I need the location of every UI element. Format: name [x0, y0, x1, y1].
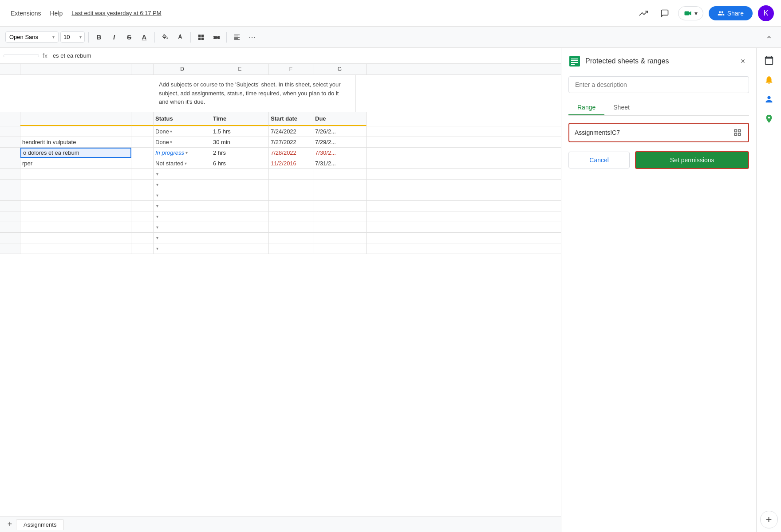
- bold-button[interactable]: B: [92, 31, 106, 44]
- empty-3-due[interactable]: [313, 190, 367, 200]
- empty-2-due[interactable]: [313, 180, 367, 190]
- merge-button[interactable]: [209, 31, 223, 44]
- empty-3-status[interactable]: ▾: [154, 190, 211, 200]
- cell-4-a[interactable]: rper: [20, 158, 131, 168]
- cancel-button[interactable]: Cancel: [568, 152, 630, 168]
- empty-5-time[interactable]: [211, 211, 269, 222]
- cell-3-time[interactable]: 2 hrs: [211, 148, 269, 158]
- borders-button[interactable]: [194, 31, 208, 44]
- cell-3-b[interactable]: [131, 148, 154, 158]
- cell-2-startdate[interactable]: 7/27/2022: [269, 137, 313, 147]
- empty-1-time[interactable]: [211, 169, 269, 179]
- empty-4-status[interactable]: ▾: [154, 201, 211, 211]
- col-header-e[interactable]: E: [211, 64, 269, 74]
- share-button[interactable]: Share: [709, 6, 753, 20]
- cell-1-b[interactable]: [131, 126, 154, 137]
- empty-7-status[interactable]: ▾: [154, 233, 211, 243]
- empty-6-a[interactable]: [20, 222, 131, 232]
- collapse-toolbar-button[interactable]: [762, 31, 776, 44]
- empty-6-b[interactable]: [131, 222, 154, 232]
- cell-4-time[interactable]: 6 hrs: [211, 158, 269, 168]
- empty-5-start[interactable]: [269, 211, 313, 222]
- sidebar-maps-button[interactable]: [760, 110, 778, 128]
- col-header-f[interactable]: F: [269, 64, 313, 74]
- empty-4-a[interactable]: [20, 201, 131, 211]
- empty-4-time[interactable]: [211, 201, 269, 211]
- cell-reference[interactable]: [4, 55, 39, 57]
- header-cell-a[interactable]: [20, 112, 131, 126]
- trending-icon-btn[interactable]: [635, 5, 651, 21]
- underline-button[interactable]: A: [138, 31, 151, 44]
- formula-input[interactable]: [51, 51, 557, 60]
- panel-close-button[interactable]: ×: [737, 55, 749, 67]
- empty-3-start[interactable]: [269, 190, 313, 200]
- empty-5-b[interactable]: [131, 211, 154, 222]
- cell-1-status[interactable]: Done ▾: [154, 126, 211, 137]
- more-options-button[interactable]: ···: [245, 31, 259, 44]
- empty-7-time[interactable]: [211, 233, 269, 243]
- cell-4-due[interactable]: 7/31/2...: [313, 158, 367, 168]
- cell-3-startdate[interactable]: 7/28/2022: [269, 148, 313, 158]
- font-size-select[interactable]: 10 ▾: [60, 31, 85, 43]
- col-header-g[interactable]: G: [313, 64, 367, 74]
- menu-extensions[interactable]: Extensions: [7, 8, 44, 19]
- empty-8-status[interactable]: ▾: [154, 243, 211, 254]
- range-input[interactable]: [575, 129, 732, 136]
- empty-4-start[interactable]: [269, 201, 313, 211]
- tab-range[interactable]: Range: [568, 100, 604, 115]
- cell-3-status[interactable]: In progress ▾: [154, 148, 211, 158]
- empty-6-start[interactable]: [269, 222, 313, 232]
- strikethrough-button[interactable]: S: [122, 31, 136, 44]
- cell-2-a[interactable]: hendrerit in vulputate: [20, 137, 131, 147]
- empty-8-b[interactable]: [131, 243, 154, 254]
- align-button[interactable]: [230, 31, 244, 44]
- cell-4-startdate[interactable]: 11/2/2016: [269, 158, 313, 168]
- cell-4-b[interactable]: [131, 158, 154, 168]
- meet-button[interactable]: ▾: [678, 6, 703, 20]
- text-color-button[interactable]: [174, 31, 187, 44]
- empty-5-a[interactable]: [20, 211, 131, 222]
- cell-3-due[interactable]: 7/30/2...: [313, 148, 367, 158]
- fill-color-button[interactable]: [158, 31, 172, 44]
- cell-3-a[interactable]: o dolores et ea rebum: [20, 148, 131, 158]
- empty-4-b[interactable]: [131, 201, 154, 211]
- cell-4-status[interactable]: Not started ▾: [154, 158, 211, 168]
- sidebar-calendar-button[interactable]: [760, 51, 778, 69]
- header-cell-due[interactable]: Due: [313, 112, 367, 126]
- user-avatar[interactable]: K: [758, 5, 774, 21]
- cell-1-due[interactable]: 7/26/2...: [313, 126, 367, 137]
- header-cell-startdate[interactable]: Start date: [269, 112, 313, 126]
- empty-6-time[interactable]: [211, 222, 269, 232]
- header-cell-time[interactable]: Time: [211, 112, 269, 126]
- empty-8-due[interactable]: [313, 243, 367, 254]
- sheet-tab-assignments[interactable]: Assignments: [16, 519, 64, 530]
- sidebar-add-button[interactable]: +: [760, 511, 778, 528]
- tab-sheet[interactable]: Sheet: [604, 100, 639, 115]
- empty-3-time[interactable]: [211, 190, 269, 200]
- empty-8-time[interactable]: [211, 243, 269, 254]
- empty-1-start[interactable]: [269, 169, 313, 179]
- font-family-select[interactable]: Open Sans ▾: [5, 31, 59, 43]
- empty-4-due[interactable]: [313, 201, 367, 211]
- empty-6-status[interactable]: ▾: [154, 222, 211, 232]
- cell-2-time[interactable]: 30 min: [211, 137, 269, 147]
- empty-2-status[interactable]: ▾: [154, 180, 211, 190]
- cell-1-time[interactable]: 1.5 hrs: [211, 126, 269, 137]
- empty-2-time[interactable]: [211, 180, 269, 190]
- header-cell-b[interactable]: [131, 112, 154, 126]
- description-input[interactable]: [568, 76, 749, 93]
- set-permissions-button[interactable]: Set permissions: [635, 151, 749, 169]
- empty-8-start[interactable]: [269, 243, 313, 254]
- cell-2-status[interactable]: Done ▾: [154, 137, 211, 147]
- empty-3-b[interactable]: [131, 190, 154, 200]
- empty-2-b[interactable]: [131, 180, 154, 190]
- cell-2-due[interactable]: 7/29/2...: [313, 137, 367, 147]
- empty-3-a[interactable]: [20, 190, 131, 200]
- add-sheet-button[interactable]: +: [4, 518, 16, 531]
- sidebar-notification-button[interactable]: [760, 71, 778, 89]
- empty-1-due[interactable]: [313, 169, 367, 179]
- empty-5-status[interactable]: ▾: [154, 211, 211, 222]
- empty-7-start[interactable]: [269, 233, 313, 243]
- empty-1-b[interactable]: [131, 169, 154, 179]
- empty-1-a[interactable]: [20, 169, 131, 179]
